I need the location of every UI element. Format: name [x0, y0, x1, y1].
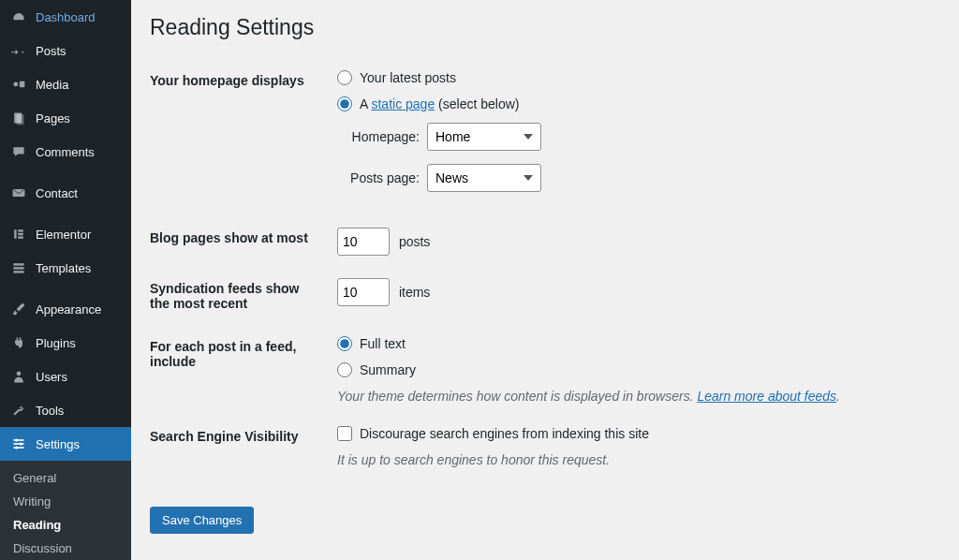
sidebar-item-templates[interactable]: Templates — [0, 251, 131, 285]
svg-rect-8 — [18, 236, 23, 238]
sidebar-item-label: Comments — [36, 145, 95, 159]
radio-static-page[interactable] — [337, 96, 352, 111]
svg-rect-5 — [14, 229, 16, 239]
radio-latest-posts-label: Your latest posts — [360, 70, 456, 85]
pages-icon — [9, 109, 28, 127]
svg-rect-9 — [13, 263, 23, 265]
static-page-link[interactable]: static page — [371, 96, 435, 111]
sidebar-item-label: Users — [36, 370, 67, 384]
sidebar-item-comments[interactable]: Comments — [0, 135, 131, 169]
media-icon — [9, 75, 28, 94]
sidebar-item-label: Tools — [36, 404, 64, 418]
sidebar-item-contact[interactable]: Contact — [0, 176, 131, 210]
feed-include-label: For each post in a feed, include — [150, 325, 328, 415]
syndication-input[interactable] — [337, 278, 390, 306]
sidebar-item-label: Settings — [36, 437, 80, 451]
posts-page-select-label: Posts page: — [337, 170, 420, 185]
svg-point-18 — [15, 446, 18, 449]
syndication-label: Syndication feeds show the most recent — [150, 267, 328, 325]
homepage-displays-label: Your homepage displays — [150, 59, 328, 216]
homepage-select[interactable]: Home — [427, 123, 541, 151]
submenu-item-discussion[interactable]: Discussion — [0, 537, 131, 560]
blog-pages-label: Blog pages show at most — [150, 216, 328, 267]
sidebar-item-users[interactable]: Users — [0, 360, 131, 393]
dashboard-icon — [9, 7, 28, 26]
sidebar-item-label: Media — [36, 78, 68, 92]
submenu-item-general[interactable]: General — [0, 466, 131, 490]
learn-more-feeds-link[interactable]: Learn more about feeds — [697, 389, 836, 404]
svg-rect-6 — [18, 229, 23, 231]
pin-icon — [9, 41, 28, 60]
sidebar-item-settings[interactable]: Settings — [0, 427, 131, 461]
syndication-unit: items — [399, 285, 430, 300]
sidebar-item-label: Pages — [36, 111, 70, 125]
search-visibility-checkbox-label: Discourage search engines from indexing … — [360, 426, 649, 441]
sidebar-item-elementor[interactable]: Elementor — [0, 217, 131, 251]
save-changes-button[interactable]: Save Changes — [150, 507, 254, 534]
svg-point-16 — [15, 438, 18, 441]
svg-rect-3 — [17, 114, 24, 125]
sidebar-item-dashboard[interactable]: Dashboard — [0, 0, 131, 34]
sidebar-item-label: Dashboard — [36, 10, 96, 24]
svg-point-17 — [20, 442, 22, 445]
mail-icon — [9, 184, 28, 202]
feed-description: Your theme determines how content is dis… — [337, 389, 931, 404]
main-content: Reading Settings Your homepage displays … — [131, 0, 959, 560]
sidebar-item-label: Templates — [36, 261, 91, 275]
comments-icon — [9, 142, 28, 161]
svg-point-12 — [17, 371, 22, 376]
svg-rect-7 — [18, 233, 23, 235]
templates-icon — [9, 258, 28, 277]
sidebar-item-appearance[interactable]: Appearance — [0, 292, 131, 326]
user-icon — [9, 367, 28, 386]
radio-static-page-label: A static page (select below) — [360, 96, 519, 111]
sidebar-item-media[interactable]: Media — [0, 67, 131, 101]
svg-rect-10 — [13, 267, 23, 269]
sidebar-item-label: Appearance — [36, 302, 101, 317]
svg-rect-11 — [13, 271, 23, 273]
search-visibility-checkbox[interactable] — [337, 426, 352, 441]
homepage-select-label: Homepage: — [337, 129, 420, 144]
sidebar-item-tools[interactable]: Tools — [0, 393, 131, 427]
plug-icon — [9, 333, 28, 352]
sidebar-item-label: Posts — [36, 44, 66, 58]
sidebar-item-pages[interactable]: Pages — [0, 101, 131, 135]
submenu-item-reading[interactable]: Reading — [0, 513, 131, 537]
search-visibility-label: Search Engine Visibility — [150, 415, 328, 479]
sidebar-item-posts[interactable]: Posts — [0, 34, 131, 67]
radio-full-text-label: Full text — [360, 336, 406, 351]
sidebar-item-label: Contact — [36, 186, 78, 200]
submenu-item-writing[interactable]: Writing — [0, 490, 131, 513]
wrench-icon — [9, 401, 28, 420]
svg-rect-1 — [20, 81, 25, 87]
posts-page-select[interactable]: News — [427, 164, 541, 192]
sidebar-item-label: Plugins — [36, 336, 76, 350]
admin-sidebar: DashboardPostsMediaPagesCommentsContactE… — [0, 0, 131, 560]
svg-point-0 — [13, 82, 18, 87]
sidebar-item-plugins[interactable]: Plugins — [0, 326, 131, 360]
search-visibility-description: It is up to search engines to honor this… — [337, 452, 931, 467]
radio-summary[interactable] — [337, 362, 352, 377]
elementor-icon — [9, 225, 28, 243]
radio-full-text[interactable] — [337, 336, 352, 351]
brush-icon — [9, 300, 28, 318]
sidebar-item-label: Elementor — [36, 228, 91, 242]
sliders-icon — [9, 435, 28, 453]
page-title: Reading Settings — [150, 15, 940, 40]
blog-pages-input[interactable] — [337, 228, 390, 256]
radio-summary-label: Summary — [360, 362, 416, 377]
radio-latest-posts[interactable] — [337, 70, 352, 85]
blog-pages-unit: posts — [399, 234, 430, 249]
